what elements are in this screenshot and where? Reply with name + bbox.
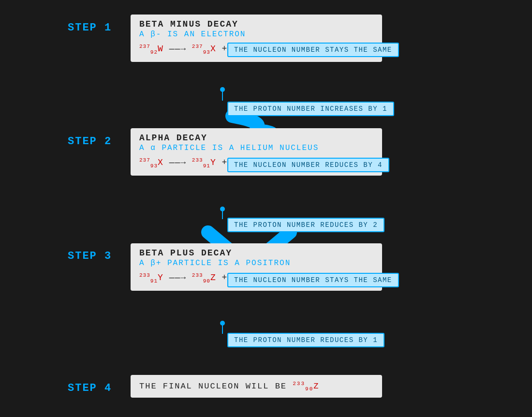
- step2-title: ALPHA DECAY: [139, 133, 373, 143]
- step1-title: BETA MINUS DECAY: [139, 19, 373, 29]
- step3-label: STEP 3: [68, 250, 112, 262]
- step4-label: STEP 4: [68, 382, 112, 394]
- step2-label: STEP 2: [68, 135, 112, 148]
- step1-callout-top: THE NUCLEON NUMBER STAYS THE SAME: [227, 43, 399, 57]
- step2-callout-top: THE NUCLEON NUMBER REDUCES BY 4: [227, 158, 389, 172]
- step3-callout-bottom: THE PROTON NUMBER REDUCES BY 1: [227, 333, 384, 347]
- step3-subtitle: A β+ PARTICLE IS A POSITRON: [139, 259, 373, 268]
- svg-point-7: [220, 207, 225, 211]
- step4-text-label: THE FINAL NUCLEON WILL BE: [139, 382, 293, 391]
- svg-point-11: [220, 321, 225, 326]
- svg-point-3: [220, 87, 225, 92]
- step1-callout-bottom: THE PROTON NUMBER INCREASES BY 1: [227, 102, 394, 116]
- step3-callout-top: THE NUCLEON NUMBER STAYS THE SAME: [227, 273, 399, 287]
- step1-label: STEP 1: [68, 22, 112, 34]
- step2-callout-bottom: THE PROTON NUMBER REDUCES BY 2: [227, 218, 384, 232]
- step1-subtitle: A β- IS AN ELECTRON: [139, 30, 373, 39]
- step4-box: THE FINAL NUCLEON WILL BE 23390Z: [131, 375, 382, 398]
- step3-title: BETA PLUS DECAY: [139, 248, 373, 258]
- step4-text: THE FINAL NUCLEON WILL BE 23390Z: [139, 381, 373, 392]
- step2-subtitle: A α PARTICLE IS A HELIUM NUCLEUS: [139, 144, 373, 152]
